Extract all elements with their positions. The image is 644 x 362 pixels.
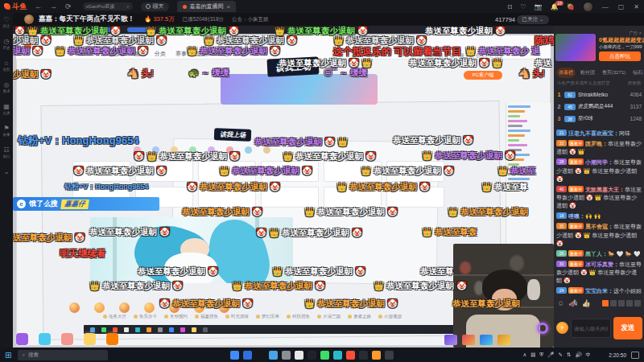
tray-widgets-icon[interactable]: ▤ [530, 352, 535, 358]
chat-tab[interactable]: 钻石粉丝 [630, 68, 643, 78]
emote-icon[interactable]: ☺ [557, 299, 564, 307]
danmaku-style-swatch[interactable] [618, 300, 625, 306]
哩噢：[interactable]: 18哩噢：🙌 🙌 [556, 212, 642, 220]
tray-expand-icon[interactable]: ∧ [523, 352, 527, 358]
chat-username[interactable]: 无敌黑嘉大王： [585, 187, 625, 192]
notifications-icon[interactable]: 🔔18 [551, 3, 559, 10]
ad-tag-close[interactable]: 广告 × [629, 31, 642, 36]
无敌黑嘉大王：[interactable]: 40嘉嘉仔无敌黑嘉大王：恭送至尊轰少退朝 🤡 👑 恭送至尊轰少退朝 🤡 [556, 186, 642, 210]
tray-volume-icon[interactable]: 🔊 [575, 352, 581, 358]
chat-username[interactable]: 小潮同学： [585, 159, 613, 165]
tray-mic-icon[interactable]: 🎤 [547, 352, 554, 358]
sidebar-more[interactable]: ⌄ [4, 168, 10, 175]
chat-tab[interactable]: 贵宾(3271) [600, 68, 628, 78]
taskbar-app-qq[interactable] [269, 351, 278, 360]
taskbar-app-netease[interactable] [346, 351, 355, 360]
tray-security-icon[interactable]: ⛨ [539, 352, 543, 358]
mini-player-icon[interactable]: ⊡ [507, 3, 513, 10]
chat-home-button[interactable]: 聊天 [141, 2, 169, 11]
like-icon[interactable]: 👍 [581, 299, 590, 307]
taskbar-app-terminal[interactable] [256, 351, 265, 360]
chat-username[interactable]: 宝宝白米： [585, 288, 613, 294]
nested-taskbar-icon [135, 327, 140, 332]
晨不舍寇：[interactable]: 35嘉嘉仔晨不舍寇：恭送至尊轰少退朝 🤡 👑 恭送至尊轰少退朝 🤡 [556, 223, 642, 247]
refresh-button[interactable]: ⟳ [65, 2, 72, 10]
send-button[interactable]: 发送 [613, 317, 642, 339]
chat-username[interactable]: 团罗晚： [585, 141, 608, 146]
sidebar-item-history[interactable]: ◷ 历史 [2, 38, 10, 50]
danmaku-style-swatch[interactable] [602, 300, 609, 306]
chat-username[interactable]: 冰可乐真赞： [585, 261, 619, 267]
taskbar-app-files[interactable] [282, 351, 291, 360]
danmaku-style-swatch[interactable] [610, 300, 617, 306]
chat-username[interactable]: 哩噢： [568, 213, 585, 219]
danmaku-style-swatch[interactable] [626, 300, 633, 306]
screenshot-icon[interactable]: 📷 [535, 3, 543, 10]
horn-icon[interactable]: 📣 [568, 299, 577, 307]
nested-douyu-logo [24, 42, 31, 49]
chat-tab[interactable]: 弹幕榜 [556, 68, 576, 78]
taskbar-search[interactable]: ⌕ 搜索 [18, 350, 108, 360]
taskbar-app-obs[interactable] [308, 351, 316, 360]
chat-input[interactable] [571, 319, 611, 338]
taskbar-app-edge[interactable] [243, 351, 252, 360]
tray-ime-icon[interactable]: 中 [586, 352, 592, 359]
back-button[interactable]: ← [35, 2, 42, 10]
gift-icon[interactable] [84, 333, 96, 345]
sidebar-item-esports[interactable]: ⚑ 赛事 [2, 125, 10, 137]
user-avatar[interactable] [584, 2, 592, 11]
followed-button[interactable]: 已关注 ⌄ [517, 15, 549, 24]
冰可乐真赞：[interactable]: 30嘉嘉仔冰可乐真赞：恭送至尊轰少退朝 🤡 👑 恭送至尊轰少退朝 🤡 [556, 261, 642, 285]
notification-center-icon[interactable] [631, 352, 639, 359]
ad-card[interactable]: 广告 × 0氪超超超超超变态 小极棒内送，一刀99999亿 点击即玩 [554, 31, 644, 64]
tray-network-icon[interactable]: ⇅ [567, 352, 571, 358]
虎皮鹦鹉是444[interactable]: 2 45 虎皮鹦鹉是444 3137 [556, 101, 642, 113]
tray-pen-icon[interactable]: ✎ [558, 352, 562, 358]
chat-username[interactable]: 晨不舍寇： [585, 224, 613, 229]
weekly-board-label[interactable]: 周贡榜 [628, 80, 642, 86]
汪老九不喜欢画宝：[interactable]: 21汪老九不喜欢画宝：同味 [556, 130, 642, 138]
chat-username[interactable]: 汪老九不喜欢画宝： [568, 130, 619, 136]
taskbar-app-security[interactable] [372, 351, 381, 360]
chat-username[interactable]: 黑丫人： [585, 251, 608, 257]
小潮同学：[interactable]: 28嘉嘉仔小潮同学：恭送至尊轰少退朝 🤡 👑 恭送至尊轰少退朝 🤡 [556, 158, 642, 183]
ad-play-button[interactable]: 点击即玩 [599, 51, 641, 61]
gift-icon[interactable] [16, 333, 28, 345]
taskbar-app-wechat[interactable] [320, 351, 329, 360]
gift-berry-icon[interactable]: 🍓 [567, 3, 575, 10]
start-button[interactable]: ⊞ [5, 351, 11, 360]
minimize-button[interactable]: — [602, 3, 609, 10]
团罗晚：[interactable]: 33嘉嘉仔团罗晚：恭送至尊轰少退朝 🤡 👑 [556, 140, 642, 156]
taskbar-app-steam[interactable] [333, 351, 342, 360]
danmaku-style-options [602, 300, 641, 306]
gift-icon[interactable] [39, 333, 51, 345]
fan-medal-icon[interactable]: 7 [556, 322, 568, 334]
titlebar-search-input[interactable]: xGanPro双摄 ⌕ [83, 2, 133, 10]
streamer-avatar[interactable] [24, 14, 34, 24]
live-video-player[interactable]: 嘉嘉：每天下午两点不见不散！ 鱼吧视频分类赛事直播社区 ⌕ 历史 关注 下载 开… [13, 26, 554, 348]
黑丫人：[interactable]: 26嘉嘉仔黑丫人：🐎 🤍 🐎 🤍 [556, 250, 642, 258]
taskbar-app-settings[interactable] [359, 351, 368, 360]
close-button[interactable]: ✕ [634, 3, 639, 10]
chat-tab[interactable]: 粉丝团 [578, 68, 597, 78]
taskbar-app-telegram[interactable] [295, 351, 303, 360]
宝宝白米：[interactable]: 24嘉嘉仔宝宝白米：这个小姐姐跳舞真的好青春 [556, 287, 642, 294]
sidebar-item-follow[interactable]: ♡ 关注 [2, 16, 10, 28]
taskbar-app-misc[interactable] [385, 351, 394, 360]
sidebar-item-ranking[interactable]: ☷ 排行 [2, 146, 10, 158]
danmaku-style-swatch[interactable] [634, 300, 641, 306]
gift-icon[interactable] [61, 333, 73, 345]
ShirakiMeiko[interactable]: 1 61 ShirakiMeiko 4064 [556, 88, 642, 101]
tab-live-room[interactable]: 嘉嘉的直播间 × [177, 1, 237, 12]
tab-close-icon[interactable]: × [227, 3, 231, 10]
gift-icon[interactable] [106, 333, 118, 345]
sidebar-item-discover[interactable]: ◎ 发现 [2, 81, 10, 93]
maximize-button[interactable]: ▢ [618, 3, 625, 10]
sidebar-item-categories[interactable]: ▦ 分类 [2, 103, 10, 115]
星r0球[interactable]: 3 38 星r0球 1248 [556, 113, 642, 125]
taskbar-clock[interactable]: 2:20:50 [609, 352, 626, 358]
forward-button[interactable]: → [50, 2, 57, 10]
sidebar-item-home[interactable]: ⌂ 首页 [2, 60, 10, 72]
favorite-icon[interactable]: ♡ [521, 3, 526, 10]
taskbar-app-folder[interactable] [230, 351, 239, 360]
